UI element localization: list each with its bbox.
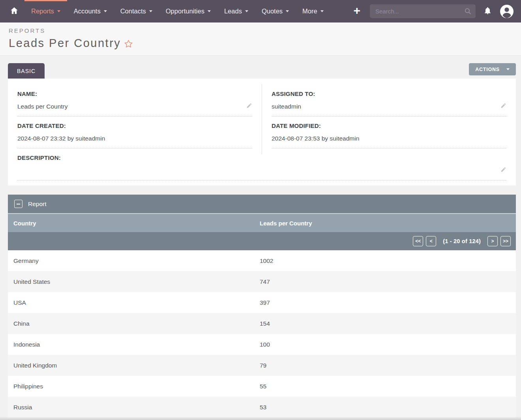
cell-country: Germany	[8, 257, 254, 264]
nav-menu: Reports Accounts Contacts Opportunities …	[24, 0, 330, 22]
page-title: Leads Per Country	[9, 37, 121, 50]
report-panel: Report Country Leads per Country << < (1…	[8, 195, 516, 418]
table-row: Philippines 55	[8, 376, 516, 397]
chevron-down-icon	[208, 10, 211, 12]
cell-count: 53	[254, 404, 516, 411]
table-row: United Kingdom 79	[8, 355, 516, 376]
nav-item-opportunities[interactable]: Opportunities	[159, 0, 217, 22]
chevron-down-icon	[506, 68, 510, 70]
table-row: USA 397	[8, 292, 516, 313]
table-row: Russia 53	[8, 397, 516, 418]
home-button[interactable]	[9, 0, 19, 22]
report-panel-title: Report	[28, 201, 47, 208]
edit-pencil-icon[interactable]	[246, 103, 252, 110]
chevron-down-icon	[245, 10, 248, 12]
cell-count: 747	[254, 278, 516, 285]
field-name: NAME: Leads per Country	[17, 90, 252, 116]
search-input[interactable]	[370, 4, 476, 18]
table-row: Germany 1002	[8, 250, 516, 271]
field-assigned-to: ASSIGNED TO: suiteadmin	[272, 90, 506, 116]
nav-item-label: More	[302, 8, 317, 15]
page-header: REPORTS Leads Per Country	[0, 22, 521, 56]
tab-basic[interactable]: BASIC	[8, 63, 45, 79]
cell-country: Russia	[8, 404, 254, 411]
nav-item-label: Leads	[224, 8, 242, 15]
table-row: Indonesia 100	[8, 334, 516, 355]
nav-item-label: Opportunities	[166, 8, 204, 15]
table-row: China 154	[8, 313, 516, 334]
global-search	[370, 4, 476, 18]
table-row: United States 747	[8, 271, 516, 292]
quick-create-button[interactable]: +	[353, 5, 360, 18]
field-date-created: DATE CREATED: 2024-08-07 23:32 by suitea…	[17, 122, 252, 148]
report-column-headers: Country Leads per Country	[8, 213, 516, 232]
report-panel-header: Report	[8, 195, 516, 213]
chevron-down-icon	[286, 10, 289, 12]
field-label: ASSIGNED TO:	[272, 90, 506, 97]
actions-button[interactable]: ACTIONS	[469, 63, 516, 75]
tab-row: BASIC ACTIONS	[8, 63, 516, 79]
home-icon	[9, 6, 19, 17]
pagination-first-button[interactable]: <<	[413, 236, 423, 246]
top-navbar: Reports Accounts Contacts Opportunities …	[0, 0, 521, 22]
nav-item-more[interactable]: More	[296, 0, 330, 22]
nav-item-accounts[interactable]: Accounts	[67, 0, 114, 22]
nav-item-label: Quotes	[262, 8, 283, 15]
nav-item-quotes[interactable]: Quotes	[255, 0, 296, 22]
field-label: DESCRIPTION:	[17, 154, 506, 161]
edit-pencil-icon[interactable]	[500, 167, 506, 174]
chevron-down-icon	[149, 10, 152, 12]
nav-item-label: Contacts	[120, 8, 146, 15]
field-description: DESCRIPTION:	[17, 154, 506, 180]
favorite-star-icon[interactable]	[123, 39, 134, 51]
column-header-leads-per-country[interactable]: Leads per Country	[254, 220, 516, 227]
pagination-count: (1 - 20 of 124)	[443, 238, 481, 244]
field-label: DATE MODIFIED:	[272, 122, 506, 129]
edit-pencil-icon[interactable]	[500, 103, 506, 110]
record-detail-panel: NAME: Leads per Country ASSIGNED TO: sui…	[8, 79, 516, 186]
pagination-prev-button[interactable]: <	[426, 236, 436, 246]
cell-count: 1002	[254, 257, 516, 264]
user-avatar[interactable]	[500, 4, 514, 19]
cell-country: United Kingdom	[8, 362, 254, 369]
pagination-last-button[interactable]: >>	[500, 236, 511, 246]
chevron-down-icon	[320, 10, 324, 12]
nav-item-contacts[interactable]: Contacts	[114, 0, 159, 22]
breadcrumb: REPORTS	[9, 27, 521, 34]
pagination-next-button[interactable]: >	[487, 236, 498, 246]
field-value: Leads per Country	[17, 103, 68, 110]
notifications-button[interactable]	[484, 6, 492, 17]
navbar-right: +	[353, 0, 514, 22]
chevron-down-icon	[57, 10, 60, 12]
field-label: NAME:	[17, 90, 252, 97]
bell-icon	[484, 6, 492, 17]
column-header-country[interactable]: Country	[8, 220, 254, 227]
cell-count: 397	[254, 299, 516, 306]
actions-button-label: ACTIONS	[475, 67, 500, 72]
nav-item-label: Accounts	[74, 8, 101, 15]
cell-country: USA	[8, 299, 254, 306]
cell-country: United States	[8, 278, 254, 285]
nav-item-label: Reports	[31, 8, 54, 15]
report-table: Germany 1002 United States 747 USA 397 C…	[8, 250, 516, 418]
field-label: DATE CREATED:	[17, 122, 252, 129]
cell-count: 100	[254, 341, 516, 348]
field-value: 2024-08-07 23:32 by suiteadmin	[17, 135, 105, 142]
pagination-bar: << < (1 - 20 of 124) > >>	[8, 232, 516, 250]
field-value: 2024-08-07 23:53 by suiteadmin	[272, 135, 359, 142]
cell-country: Indonesia	[8, 341, 254, 348]
cell-country: Philippines	[8, 383, 254, 390]
nav-item-leads[interactable]: Leads	[217, 0, 255, 22]
cell-count: 79	[254, 362, 516, 369]
collapse-panel-icon[interactable]	[14, 200, 22, 208]
chevron-down-icon	[104, 10, 107, 12]
cell-count: 154	[254, 320, 516, 327]
cell-count: 55	[254, 383, 516, 390]
nav-item-reports[interactable]: Reports	[24, 0, 67, 22]
cell-country: China	[8, 320, 254, 327]
field-value: suiteadmin	[272, 103, 301, 110]
field-date-modified: DATE MODIFIED: 2024-08-07 23:53 by suite…	[272, 122, 506, 148]
column-divider	[262, 84, 262, 154]
tab-basic-label: BASIC	[17, 68, 36, 74]
